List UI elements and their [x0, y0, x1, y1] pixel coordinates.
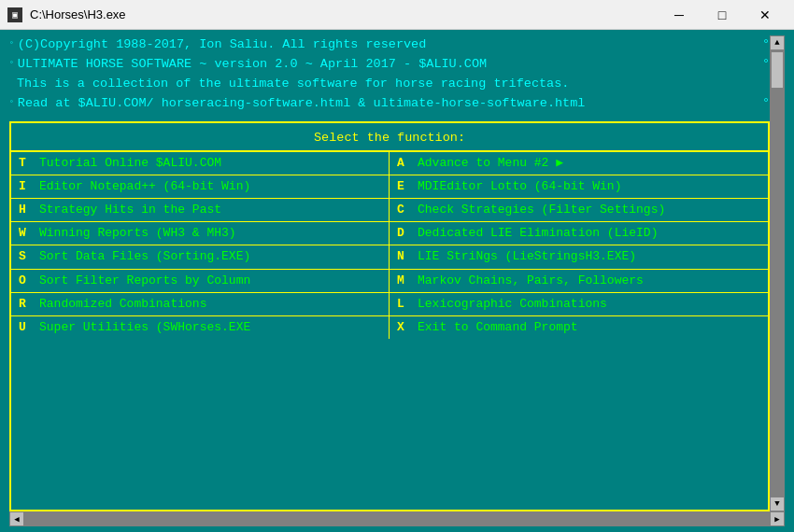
header-line-3: This is a collection of the ultimate sof… [9, 75, 770, 94]
maximize-button[interactable]: □ [701, 0, 744, 30]
menu-label-T: Tutorial Online $ALIU.COM [39, 155, 221, 172]
menu-key-I: I [19, 178, 32, 195]
menu-label-D: Dedicated LIE Elimination (LieID) [418, 225, 658, 242]
menu-key-N: N [397, 248, 410, 265]
header-line-1: ° (C)Copyright 1988-2017, Ion Saliu. All… [9, 35, 770, 55]
menu-key-M: M [397, 273, 410, 289]
header-line-2: ° ULTIMATE HORSE SOFTWARE ~ version 2.0 … [9, 55, 770, 75]
menu-item-N[interactable]: N LIE StriNgs (LieStringsH3.EXE) [390, 245, 768, 269]
corner-1: ° [762, 35, 770, 55]
close-button[interactable]: ✕ [744, 0, 787, 30]
scroll-track-h[interactable] [24, 511, 770, 526]
menu-key-R: R [19, 296, 32, 313]
menu-label-O: Sort Filter Reports by Column [39, 273, 250, 289]
menu-label-A: Advance to Menu #2 ▶ [418, 155, 563, 172]
bullet-1: ° [9, 39, 14, 50]
menu-key-D: D [397, 225, 410, 242]
menu-label-N: LIE StriNgs (LieStringsH3.EXE) [418, 248, 636, 265]
corner-2: ° [762, 55, 770, 75]
menu-key-A: A [397, 155, 410, 172]
menu-item-O[interactable]: O Sort Filter Reports by Column [11, 270, 390, 293]
header-section: ° (C)Copyright 1988-2017, Ion Saliu. All… [9, 35, 770, 114]
menu-key-O: O [19, 273, 32, 289]
menu-item-R[interactable]: R Randomized Combinations [11, 293, 390, 316]
window-icon: ▣ [7, 7, 22, 22]
menu-key-X: X [397, 319, 410, 336]
menu-item-E[interactable]: E MDIEditor Lotto (64-bit Win) [390, 175, 768, 199]
menu-item-T[interactable]: T Tutorial Online $ALIU.COM [11, 152, 390, 175]
scroll-right-button[interactable]: ▶ [770, 511, 785, 526]
vertical-scrollbar[interactable]: ▲ ▼ [770, 35, 785, 511]
window: ▣ C:\Horses\H3.exe ─ □ ✕ ° (C)Copyright … [0, 0, 794, 532]
menu-label-H: Strategy Hits in the Past [39, 202, 221, 218]
corner-4: ° [762, 94, 770, 114]
menu-label-W: Winning Reports (WH3 & MH3) [39, 225, 236, 242]
menu-key-W: W [19, 225, 32, 242]
bullet-2: ° [9, 59, 14, 70]
menu-label-U: Super Utilities (SWHorses.EXE [39, 319, 250, 336]
menu-key-U: U [19, 319, 32, 336]
menu-label-R: Randomized Combinations [39, 296, 206, 313]
menu-item-S[interactable]: S Sort Data Files (Sorting.EXE) [11, 245, 390, 269]
menu-box: Select the function: T Tutorial Online $… [9, 121, 770, 511]
menu-key-T: T [19, 155, 32, 172]
menu-grid: T Tutorial Online $ALIU.COM A Advance to… [11, 152, 768, 340]
terminal-content: ° (C)Copyright 1988-2017, Ion Saliu. All… [9, 35, 770, 511]
minimize-button[interactable]: ─ [658, 0, 701, 30]
menu-key-H: H [19, 202, 32, 218]
menu-key-S: S [19, 248, 32, 265]
menu-label-I: Editor Notepad++ (64-bit Win) [39, 178, 250, 195]
scroll-track[interactable] [770, 50, 785, 497]
titlebar: ▣ C:\Horses\H3.exe ─ □ ✕ [0, 0, 794, 30]
menu-item-U[interactable]: U Super Utilities (SWHorses.EXE [11, 316, 390, 339]
scroll-thumb[interactable] [771, 51, 784, 89]
menu-item-H[interactable]: H Strategy Hits in the Past [11, 199, 390, 222]
menu-key-L: L [397, 296, 410, 313]
scroll-down-button[interactable]: ▼ [770, 497, 785, 511]
menu-label-S: Sort Data Files (Sorting.EXE) [39, 248, 250, 265]
menu-label-X: Exit to Command Prompt [418, 319, 578, 336]
scroll-left-button[interactable]: ◀ [9, 511, 24, 526]
window-title: C:\Horses\H3.exe [30, 7, 658, 21]
menu-item-M[interactable]: M Markov Chains, Pairs, Followers [390, 270, 768, 293]
menu-label-E: MDIEditor Lotto (64-bit Win) [418, 178, 621, 195]
horizontal-scrollbar[interactable]: ◀ ▶ [9, 511, 785, 526]
menu-key-C: C [397, 202, 410, 218]
menu-title: Select the function: [11, 127, 768, 152]
menu-item-W[interactable]: W Winning Reports (WH3 & MH3) [11, 222, 390, 245]
menu-item-C[interactable]: C Check Strategies (Filter Settings) [390, 199, 768, 222]
menu-label-C: Check Strategies (Filter Settings) [418, 202, 665, 218]
header-line-4: ° Read at $ALIU.COM/ horseracing-softwar… [9, 94, 770, 114]
menu-item-D[interactable]: D Dedicated LIE Elimination (LieID) [390, 222, 768, 245]
bullet-4: ° [9, 98, 14, 109]
terminal: ° (C)Copyright 1988-2017, Ion Saliu. All… [0, 30, 794, 532]
scroll-up-button[interactable]: ▲ [770, 35, 785, 50]
menu-item-I[interactable]: I Editor Notepad++ (64-bit Win) [11, 175, 390, 199]
menu-item-L[interactable]: L Lexicographic Combinations [390, 293, 768, 316]
menu-key-E: E [397, 178, 410, 195]
menu-label-L: Lexicographic Combinations [418, 296, 607, 313]
menu-label-M: Markov Chains, Pairs, Followers [418, 273, 644, 289]
menu-item-A[interactable]: A Advance to Menu #2 ▶ [390, 152, 768, 175]
titlebar-controls: ─ □ ✕ [658, 0, 787, 30]
menu-item-X[interactable]: X Exit to Command Prompt [390, 316, 768, 339]
